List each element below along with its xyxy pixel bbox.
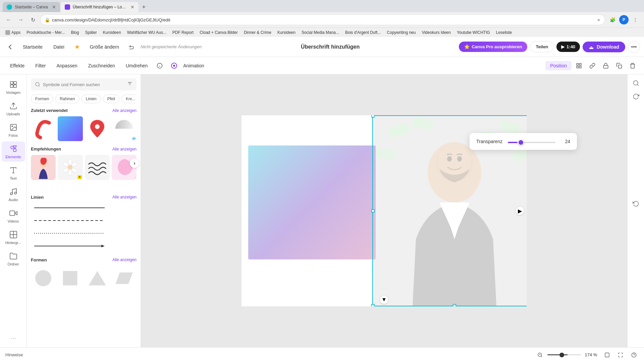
right-rotate-button[interactable] (630, 90, 642, 103)
shapes-see-all[interactable]: Alle anzeigen (112, 257, 137, 262)
copy-icon-button[interactable] (613, 60, 625, 72)
bookmark-cload[interactable]: Cload + Canva Bilder (197, 29, 240, 36)
canvas-area[interactable]: Transparenz 24 ▲ ◀ (141, 74, 627, 347)
download-button[interactable]: Download (583, 42, 625, 52)
delete-icon-button[interactable] (627, 60, 639, 72)
chip-linien[interactable]: Linien (82, 95, 101, 103)
bookmark-wahlfächer[interactable]: Wahlfächer WU Aus... (124, 29, 169, 36)
canva-pro-button[interactable]: ⭐ Canva Pro ausprobieren (459, 42, 527, 52)
element-item[interactable] (58, 116, 83, 141)
line-item-dotted[interactable] (31, 229, 137, 239)
chip-pfeil[interactable]: Pfeil (103, 95, 119, 103)
chip-formen[interactable]: Formen (31, 95, 53, 103)
position-button[interactable]: Position (545, 61, 572, 70)
filter-button[interactable]: Filter (31, 61, 50, 70)
shape-triangle[interactable] (85, 266, 110, 291)
page-icon-button[interactable] (602, 350, 612, 360)
right-tool-button[interactable] (630, 77, 642, 89)
browser-tab-1[interactable]: Startseite – Canva ✕ (3, 2, 60, 12)
element-item[interactable]: ✦ (58, 155, 83, 180)
chip-more[interactable]: Kre... › (121, 95, 137, 103)
browser-tab-2[interactable]: Überschrift hinzufügen – Logo ✕ (61, 2, 139, 12)
right-rotate2-button[interactable] (630, 198, 642, 210)
browser-menu-button[interactable]: ⋮ (631, 15, 640, 24)
sidebar-item-fotos[interactable]: Fotos (2, 120, 25, 140)
animation-button[interactable]: Animation (178, 61, 209, 70)
info-button[interactable] (154, 60, 166, 72)
bookmark-kursideen2[interactable]: Kursideen (275, 29, 298, 36)
zoom-slider[interactable] (547, 354, 581, 355)
bookmark-bois[interactable]: Bois d'Argent Duft... (342, 29, 383, 36)
rotate-button[interactable]: Umdrehen (121, 61, 152, 70)
address-bar[interactable]: 🔒 canva.com/design/DAEdomzcjI/drBfjHdCoj… (40, 14, 605, 25)
element-item[interactable] (31, 155, 56, 180)
recommendations-scroll-right[interactable]: › (130, 159, 139, 168)
reload-button[interactable]: ↻ (28, 15, 38, 24)
shape-circle[interactable] (31, 266, 56, 291)
crop-button[interactable]: Zuschneiden (84, 61, 120, 70)
back-button[interactable]: ← (4, 15, 13, 24)
sidebar-item-videos[interactable]: Videos (2, 206, 25, 226)
canvas-nav-bottom[interactable]: ▼ (380, 296, 388, 304)
effects-button[interactable]: Effekte (5, 61, 29, 70)
element-item[interactable] (85, 155, 110, 180)
bookmark-kursideen1[interactable]: Kursideen (100, 29, 124, 36)
bookmark-apps[interactable]: Apps (3, 29, 23, 36)
fullscreen-button[interactable] (616, 350, 625, 360)
adjust-button[interactable]: Anpassen (52, 61, 82, 70)
tab1-close[interactable]: ✕ (52, 4, 56, 10)
home-button[interactable] (4, 41, 16, 53)
element-item[interactable] (31, 116, 56, 141)
sidebar-more-dots[interactable]: ··· (8, 331, 19, 345)
resize-nav-button[interactable]: Größe ändern (86, 42, 123, 52)
link-icon-button[interactable] (586, 60, 598, 72)
bookmark-copy[interactable]: Copywriting neu (384, 29, 418, 36)
share-button[interactable]: Teilen (530, 41, 554, 52)
sidebar-item-hintergrund[interactable]: Hintergr... (2, 227, 25, 247)
design-title[interactable]: Überschrift hinzufügen (301, 44, 360, 50)
sidebar-item-uploads[interactable]: Uploads (2, 99, 25, 119)
lines-see-all[interactable]: Alle anzeigen (112, 195, 137, 199)
recommendations-see-all[interactable]: Alle anzeigen (112, 147, 137, 152)
recently-used-see-all[interactable]: Alle anzeigen (112, 108, 137, 113)
tab2-close[interactable]: ✕ (130, 4, 135, 10)
star-icon[interactable]: ★ (597, 17, 601, 22)
line-item-dashed[interactable] (31, 216, 137, 227)
new-tab-button[interactable]: + (139, 2, 149, 12)
more-options-button[interactable]: ••• (628, 41, 640, 53)
bookmark-leseliste[interactable]: Leseliste (493, 29, 515, 36)
play-button[interactable]: ▶ 1:40 (556, 42, 580, 52)
zoom-out-button[interactable] (535, 350, 545, 360)
sidebar-item-vorlagen[interactable]: Vorlagen (2, 77, 25, 97)
transparency-slider[interactable] (508, 142, 555, 143)
canvas-nav-right[interactable]: ▶ (516, 207, 524, 215)
shape-square[interactable] (58, 266, 83, 291)
file-nav-button[interactable]: Datei (49, 42, 68, 52)
bookmark-videokurs[interactable]: Videokurs Ideen (419, 29, 453, 36)
lock-icon-button[interactable] (600, 60, 612, 72)
bookmark-youtube[interactable]: Youtube WICHTIG (454, 29, 493, 36)
search-box[interactable] (31, 78, 137, 90)
element-item[interactable] (112, 116, 137, 141)
profile-button[interactable]: P (619, 15, 629, 24)
bookmark-social[interactable]: Social Media Mana... (299, 29, 342, 36)
undo-button[interactable] (126, 41, 138, 53)
extensions-button[interactable]: 🧩 (608, 15, 617, 24)
bookmark-später[interactable]: Später (82, 29, 99, 36)
element-item[interactable] (85, 116, 110, 141)
bookmark-blog[interactable]: Blog (68, 29, 82, 36)
bookmark-dinner[interactable]: Dinner & Crime (241, 29, 274, 36)
sidebar-item-text[interactable]: Text (2, 163, 25, 183)
sidebar-item-elemente[interactable]: Elemente (2, 141, 25, 162)
home-nav-button[interactable]: Startseite (19, 42, 47, 52)
help-button[interactable] (629, 350, 639, 360)
shape-parallelogram[interactable] (112, 266, 137, 291)
bookmark-pdf[interactable]: PDF Report (170, 29, 196, 36)
bookmark-produkt[interactable]: Produktsuche - Mer... (24, 29, 67, 36)
search-filter-button[interactable] (127, 81, 132, 88)
sidebar-item-ordner[interactable]: Ordner (2, 249, 25, 269)
line-item-solid[interactable] (31, 203, 137, 214)
line-item-arrow[interactable] (31, 241, 137, 252)
sidebar-item-audio[interactable]: Audio (2, 184, 25, 204)
transparency-slider-container[interactable] (508, 138, 555, 144)
